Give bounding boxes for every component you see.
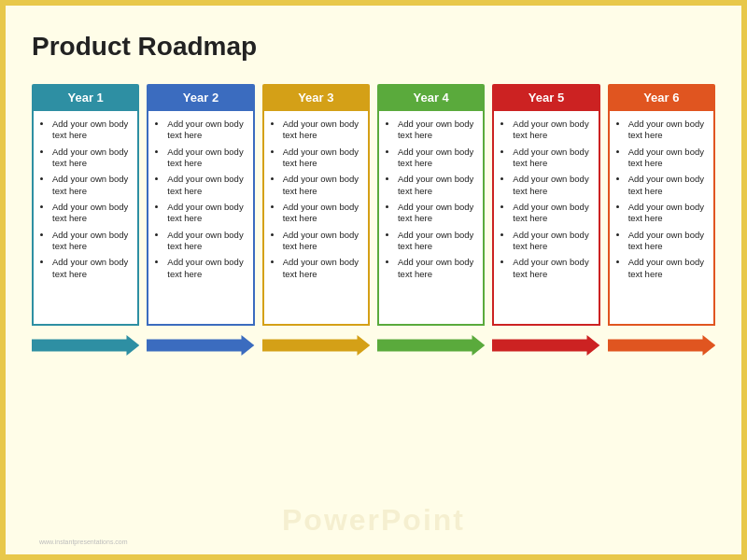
column-col-1: Year 1Add your own body text hereAdd you… (32, 84, 139, 326)
list-item: Add your own body text here (52, 147, 130, 170)
list-item: Add your own body text here (513, 119, 590, 142)
arrow-row (32, 335, 715, 356)
col-body-col-1: Add your own body text hereAdd your own … (32, 111, 139, 326)
list-item: Add your own body text here (628, 174, 706, 197)
col-body-col-6: Add your own body text hereAdd your own … (608, 111, 715, 326)
list-item: Add your own body text here (513, 202, 590, 225)
list-item: Add your own body text here (398, 230, 475, 253)
col-header-col-6: Year 6 (608, 84, 715, 111)
arrow-col-1 (32, 335, 139, 356)
list-item: Add your own body text here (52, 202, 130, 225)
col-header-col-2: Year 2 (147, 84, 254, 111)
svg-marker-5 (608, 335, 715, 356)
list-item: Add your own body text here (628, 147, 706, 170)
list-item: Add your own body text here (628, 202, 706, 225)
svg-marker-2 (262, 335, 370, 356)
arrow-col-6 (608, 335, 715, 356)
list-item: Add your own body text here (398, 147, 475, 170)
footer-text: www.instantpresentations.com (39, 539, 128, 545)
col-body-col-2: Add your own body text hereAdd your own … (147, 111, 254, 326)
list-item: Add your own body text here (283, 202, 360, 225)
list-item: Add your own body text here (283, 119, 360, 142)
list-item: Add your own body text here (398, 174, 475, 197)
column-col-5: Year 5Add your own body text hereAdd you… (492, 84, 599, 326)
list-item: Add your own body text here (167, 147, 245, 170)
columns-wrapper: Year 1Add your own body text hereAdd you… (32, 84, 715, 326)
list-item: Add your own body text here (513, 174, 590, 197)
svg-marker-3 (377, 335, 485, 356)
list-item: Add your own body text here (513, 230, 590, 253)
svg-marker-1 (147, 335, 254, 356)
list-item: Add your own body text here (283, 174, 360, 197)
col-body-col-3: Add your own body text hereAdd your own … (262, 111, 370, 326)
list-item: Add your own body text here (513, 257, 590, 280)
arrow-col-5 (492, 335, 599, 356)
list-item: Add your own body text here (167, 174, 245, 197)
column-col-2: Year 2Add your own body text hereAdd you… (147, 84, 254, 326)
column-col-4: Year 4Add your own body text hereAdd you… (377, 84, 485, 326)
list-item: Add your own body text here (52, 230, 130, 253)
list-item: Add your own body text here (167, 230, 245, 253)
list-item: Add your own body text here (283, 230, 360, 253)
list-item: Add your own body text here (167, 119, 245, 142)
list-item: Add your own body text here (628, 119, 706, 142)
col-header-col-3: Year 3 (262, 84, 370, 111)
page-title: Product Roadmap (32, 32, 715, 62)
column-col-6: Year 6Add your own body text hereAdd you… (608, 84, 715, 326)
col-header-col-1: Year 1 (32, 84, 139, 111)
col-header-col-5: Year 5 (492, 84, 599, 111)
list-item: Add your own body text here (167, 257, 245, 280)
list-item: Add your own body text here (283, 147, 360, 170)
svg-marker-4 (492, 335, 599, 356)
watermark: PowerPoint (282, 503, 465, 538)
list-item: Add your own body text here (513, 147, 590, 170)
arrow-col-2 (147, 335, 254, 356)
arrow-col-3 (262, 335, 370, 356)
svg-marker-0 (32, 335, 139, 356)
list-item: Add your own body text here (52, 257, 130, 280)
list-item: Add your own body text here (398, 202, 475, 225)
col-header-col-4: Year 4 (377, 84, 485, 111)
list-item: Add your own body text here (167, 202, 245, 225)
arrow-col-4 (377, 335, 485, 356)
col-body-col-4: Add your own body text hereAdd your own … (377, 111, 485, 326)
list-item: Add your own body text here (52, 119, 130, 142)
list-item: Add your own body text here (398, 257, 475, 280)
list-item: Add your own body text here (283, 257, 360, 280)
col-body-col-5: Add your own body text hereAdd your own … (492, 111, 599, 326)
list-item: Add your own body text here (398, 119, 475, 142)
list-item: Add your own body text here (628, 230, 706, 253)
column-col-3: Year 3Add your own body text hereAdd you… (262, 84, 370, 326)
list-item: Add your own body text here (628, 257, 706, 280)
slide: Product Roadmap Year 1Add your own body … (0, 0, 747, 560)
list-item: Add your own body text here (52, 174, 130, 197)
